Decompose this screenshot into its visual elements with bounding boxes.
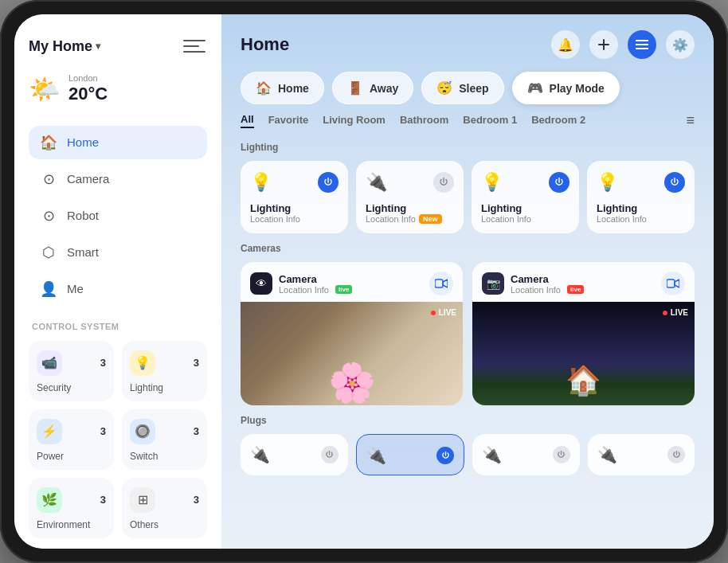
- light4-name: Lighting: [597, 202, 685, 214]
- me-icon: 👤: [40, 280, 57, 298]
- power-btn-l4[interactable]: [664, 172, 685, 193]
- smart-icon: ⬡: [40, 244, 57, 261]
- category-more-icon[interactable]: ≡: [686, 112, 695, 129]
- app-container: My Home ▾ 🌤️ London 20°C 🏠: [14, 14, 714, 549]
- page-title: Home: [241, 34, 289, 55]
- cat-favorite[interactable]: Favorite: [268, 114, 309, 127]
- others-count: 3: [194, 494, 199, 506]
- svg-rect-5: [435, 280, 443, 287]
- mode-away-icon: 🚪: [347, 80, 363, 96]
- plug-card-2[interactable]: 🔌: [356, 434, 465, 475]
- camera-details-2: Camera Location Info live: [511, 273, 584, 295]
- power-icon-p3: [558, 451, 565, 459]
- light4-icon: 💡: [597, 172, 618, 193]
- menu-button[interactable]: [628, 30, 656, 59]
- power-btn-l3[interactable]: [549, 172, 569, 193]
- sidebar-item-smart[interactable]: ⬡ Smart: [29, 236, 207, 269]
- plug2-power-btn[interactable]: [436, 447, 454, 464]
- sidebar-toggle-button[interactable]: [182, 37, 207, 56]
- camera-feed-2: LIVE 🏠: [472, 302, 695, 405]
- add-button[interactable]: [589, 30, 618, 59]
- plug3-power-btn[interactable]: [553, 446, 570, 463]
- camera-card-1[interactable]: 👁 Camera Location Info live: [241, 262, 463, 405]
- header-icons: 🔔 ⚙️: [551, 30, 695, 59]
- menu-icon: [636, 40, 648, 49]
- others-label: Others: [130, 519, 199, 530]
- sidebar-item-smart-label: Smart: [67, 245, 99, 259]
- device-card-l4[interactable]: 💡 Lighting Location Info: [587, 161, 695, 233]
- env-label: Environment: [37, 519, 106, 530]
- sidebar-item-me[interactable]: 👤 Me: [29, 272, 207, 306]
- light1-icon: 💡: [250, 172, 272, 193]
- sidebar-item-camera[interactable]: ⊙ Camera: [29, 162, 207, 196]
- plug-card-4[interactable]: 🔌: [588, 434, 695, 475]
- control-card-environment[interactable]: 🌿 3 Environment: [29, 478, 114, 538]
- settings-button[interactable]: ⚙️: [666, 30, 695, 59]
- plug1-power-btn[interactable]: [321, 446, 339, 463]
- category-bar: All Favorite Living Room Bathroom Bedroo…: [221, 112, 714, 135]
- power-btn-l1[interactable]: [318, 172, 339, 193]
- switch-label: Switch: [130, 451, 199, 462]
- mode-tab-sleep[interactable]: 😴 Sleep: [421, 72, 503, 104]
- device-card-l1[interactable]: 💡 Lighting Location Info: [241, 161, 348, 233]
- control-card-others[interactable]: ⊞ 3 Others: [122, 478, 207, 538]
- control-card-top-lighting: 💡 3: [130, 350, 199, 376]
- control-card-power[interactable]: ⚡ 3 Power: [29, 409, 114, 470]
- power-icon-l2: [440, 178, 448, 187]
- power-icon-l1: [324, 178, 332, 187]
- camera-card-header-2: 📷 Camera Location Info live: [472, 262, 695, 302]
- mode-tab-play[interactable]: 🎮 Play Mode: [512, 72, 620, 104]
- device-card-l2[interactable]: 🔌 Lighting Location Info New: [356, 161, 464, 233]
- camera-card-2[interactable]: 📷 Camera Location Info live: [472, 262, 695, 405]
- plug1-icon: 🔌: [250, 445, 270, 464]
- sidebar-header: My Home ▾: [29, 37, 207, 56]
- camera-action-btn-1[interactable]: [429, 272, 453, 295]
- cat-bathroom[interactable]: Bathroom: [400, 114, 448, 127]
- toggle-line-3: [183, 51, 205, 53]
- camera-feed-1: LIVE 🌸: [241, 302, 463, 405]
- main-scroll-area: Lighting 💡 Lighting: [221, 135, 714, 549]
- plug-card-1[interactable]: 🔌: [241, 434, 348, 475]
- plug3-icon: 🔌: [482, 445, 502, 464]
- mode-home-icon: 🏠: [256, 80, 272, 96]
- camera-dot-icon-1: 👁: [256, 277, 267, 290]
- weather-info: London 20°C: [68, 73, 108, 105]
- sidebar: My Home ▾ 🌤️ London 20°C 🏠: [14, 14, 221, 549]
- mode-tab-away[interactable]: 🚪 Away: [332, 72, 413, 104]
- control-section-title: Control System: [29, 322, 207, 331]
- camera-action-btn-2[interactable]: [661, 272, 685, 295]
- toggle-line-2: [183, 45, 199, 47]
- light3-name: Lighting: [481, 202, 569, 214]
- mode-play-label: Play Mode: [550, 82, 605, 95]
- cat-living[interactable]: Living Room: [323, 114, 386, 127]
- control-card-lighting[interactable]: 💡 3 Lighting: [122, 341, 207, 401]
- live-dot-2: [663, 311, 667, 315]
- plug-card-3[interactable]: 🔌: [472, 434, 580, 475]
- cameras-section-title: Cameras: [241, 243, 695, 254]
- lighting-ctrl-icon: 💡: [130, 350, 155, 376]
- device-card-top-l2: 🔌: [366, 172, 454, 193]
- live-indicator-1: LIVE: [431, 308, 456, 317]
- cat-all[interactable]: All: [241, 113, 254, 128]
- sidebar-item-robot[interactable]: ⊙ Robot: [29, 199, 207, 233]
- cat-bedroom2[interactable]: Bedroom 2: [531, 114, 585, 127]
- control-card-switch[interactable]: 🔘 3 Switch: [122, 409, 207, 470]
- nav-items: 🏠 Home ⊙ Camera ⊙ Robot ⬡ Smart 👤 Me: [29, 126, 207, 306]
- home-title[interactable]: My Home ▾: [29, 38, 100, 55]
- mode-tab-home[interactable]: 🏠 Home: [241, 72, 324, 104]
- control-card-security[interactable]: 📹 3 Security: [29, 341, 114, 401]
- bell-button[interactable]: 🔔: [551, 30, 580, 59]
- power-btn-l2[interactable]: [433, 172, 454, 193]
- power-count: 3: [100, 425, 106, 437]
- device-card-l3[interactable]: 💡 Lighting Location Info: [472, 161, 579, 233]
- device-frame: My Home ▾ 🌤️ London 20°C 🏠: [0, 0, 728, 563]
- cat-bedroom1[interactable]: Bedroom 1: [463, 114, 517, 127]
- light4-location: Location Info: [597, 214, 685, 224]
- light1-location: Location Info: [250, 214, 339, 224]
- light1-name: Lighting: [250, 202, 339, 214]
- plus-icon: [597, 38, 610, 51]
- plug4-power-btn[interactable]: [667, 446, 685, 463]
- control-card-top-env: 🌿 3: [37, 487, 106, 513]
- main-header: Home 🔔: [221, 14, 714, 67]
- sidebar-item-home[interactable]: 🏠 Home: [29, 126, 207, 159]
